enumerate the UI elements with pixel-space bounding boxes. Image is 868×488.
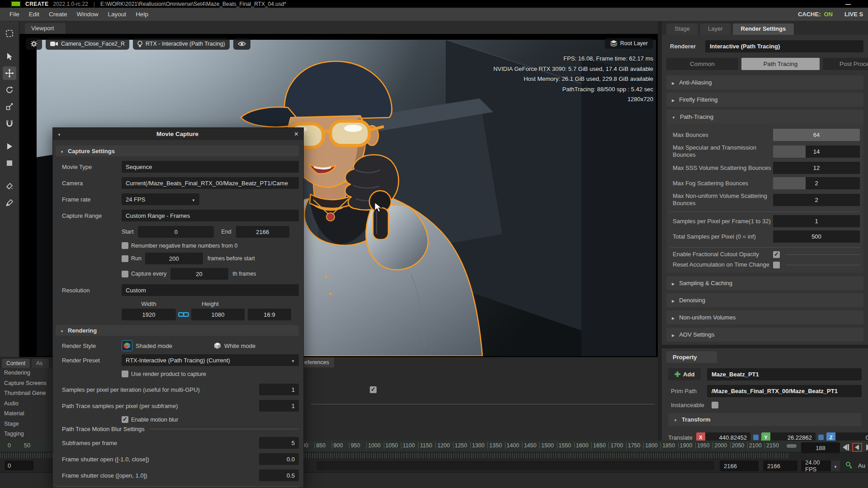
camera-selector-button[interactable]: Camera_Close_Face2_R	[46, 38, 129, 50]
movie-capture-titlebar[interactable]: Movie Capture	[53, 128, 303, 140]
add-property-button[interactable]: Add	[668, 368, 701, 380]
range-start-field[interactable]: 2166	[720, 460, 759, 471]
subtab-path-tracing[interactable]: Path Tracing	[741, 58, 820, 70]
category-item[interactable]: Thumbnail Gene	[0, 388, 55, 399]
motion-blur-checkbox[interactable]	[122, 416, 128, 423]
category-item[interactable]: Material	[0, 408, 55, 419]
instanceable-checkbox[interactable]	[712, 402, 718, 408]
capture-every-field[interactable]: 20	[170, 268, 228, 280]
section-queue-settings[interactable]: Queue settings	[56, 486, 299, 488]
tab-viewport[interactable]: Viewport	[25, 23, 66, 34]
renderer-select[interactable]: Interactive (Path Tracing)	[705, 40, 863, 52]
current-frame-field[interactable]: 188	[801, 442, 840, 453]
section-aov-settings[interactable]: AOV Settings	[666, 328, 863, 342]
go-to-start-button[interactable]	[852, 443, 862, 452]
shaded-mode-label[interactable]: Shaded mode	[136, 343, 172, 349]
live-sync-button[interactable]: LIVE S	[844, 11, 868, 18]
menu-item[interactable]: File	[9, 11, 19, 18]
step-back-button[interactable]	[841, 443, 850, 451]
use-render-product-checkbox[interactable]	[122, 371, 128, 377]
max-fog-bounces-field[interactable]: 2	[773, 177, 860, 189]
total-spp-field[interactable]: 500	[773, 230, 860, 243]
viewport-settings-button[interactable]	[26, 38, 42, 50]
menu-item[interactable]: Edit	[29, 11, 39, 18]
collapse-arrow-icon[interactable]	[57, 131, 61, 137]
aspect-ratio-field[interactable]: 16:9	[248, 309, 291, 320]
spp-iteration-field[interactable]: 1	[259, 384, 299, 395]
shaded-mode-icon[interactable]	[122, 340, 132, 351]
category-item[interactable]: Rendering	[0, 368, 55, 378]
section-sampling-caching[interactable]: Sampling & Caching	[666, 276, 863, 290]
tab-property[interactable]: Property	[666, 351, 717, 363]
shutter-close-field[interactable]: 0.5	[259, 469, 299, 481]
capture-every-checkbox[interactable]	[122, 271, 128, 277]
link-resolution-icon[interactable]	[178, 311, 189, 318]
category-item[interactable]: Tagging	[0, 429, 55, 439]
prim-path-field[interactable]: /Maze_Beats_Final_RTX_00/Maze_Beatz_PT1	[707, 385, 862, 397]
close-icon[interactable]	[294, 131, 299, 137]
translate-z-field[interactable]: 0.50	[835, 432, 868, 441]
fps-selector[interactable]: 24.00 FPS	[801, 460, 840, 471]
timeline-range-track[interactable]	[316, 461, 714, 470]
height-field[interactable]: 1080	[191, 309, 245, 320]
tab-render-settings[interactable]: Render Settings	[733, 23, 794, 35]
movie-type-select[interactable]: Sequence	[122, 161, 299, 173]
max-volume-bounces-field[interactable]: 2	[773, 194, 860, 206]
section-transform[interactable]: Transform	[668, 413, 862, 426]
paint-tool-icon[interactable]	[3, 179, 16, 193]
cutout-opacity-checkbox[interactable]	[773, 251, 780, 258]
root-layer-button[interactable]: Root Layer	[605, 38, 653, 49]
render-engine-button[interactable]: RTX - Interactive (Path Tracing)	[133, 38, 230, 50]
play-button[interactable]	[3, 140, 16, 153]
spp-frame-field[interactable]: 1	[773, 215, 860, 227]
subtab-post-process[interactable]: Post Proce	[823, 58, 868, 70]
scale-tool-icon[interactable]	[3, 100, 16, 113]
menu-item[interactable]: Help	[136, 11, 148, 18]
max-sss-bounces-field[interactable]: 12	[773, 162, 860, 174]
frame-rate-select[interactable]: 24 FPS	[122, 193, 199, 205]
category-item[interactable]: Stage	[0, 419, 55, 429]
section-non-uniform-volumes[interactable]: Non-uniform Volumes	[666, 310, 863, 324]
reset-accumulation-checkbox[interactable]	[773, 262, 780, 268]
brush-tool-icon[interactable]	[3, 196, 16, 210]
translate-x-field[interactable]: 440.82452	[705, 432, 750, 441]
capture-camera-select[interactable]: Current(/Maze_Beats_Final_RTX_00/Maze_Be…	[122, 177, 299, 189]
menu-item[interactable]: Create	[49, 11, 67, 18]
snap-tool-icon[interactable]	[3, 117, 16, 130]
section-rendering[interactable]: Rendering	[56, 325, 299, 336]
width-field[interactable]: 1920	[122, 309, 176, 320]
resolution-select[interactable]: Custom	[122, 284, 299, 296]
translate-y-field[interactable]: 26.22862	[770, 432, 816, 441]
preferences-checkbox[interactable]	[370, 386, 377, 393]
timeline-scroll-handle[interactable]	[787, 444, 797, 448]
auto-key-icon[interactable]	[845, 461, 853, 469]
category-item[interactable]: Capture Screens	[0, 378, 55, 389]
tab-assets-partial[interactable]: As	[32, 359, 49, 368]
tab-stage[interactable]: Stage	[666, 23, 698, 35]
pt-spp-field[interactable]: 1	[259, 400, 299, 412]
section-capture-settings[interactable]: Capture Settings	[56, 145, 299, 156]
render-preset-select[interactable]: RTX-Interactive (Path Tracing) (Current)	[122, 354, 299, 366]
run-frames-field[interactable]: 200	[145, 253, 203, 264]
run-before-checkbox[interactable]	[122, 255, 128, 262]
shutter-open-field[interactable]: 0.0	[259, 453, 299, 465]
range-end-field[interactable]: 2166	[763, 460, 797, 471]
region-select-tool-icon[interactable]	[3, 27, 16, 40]
max-bounces-field[interactable]: 64	[773, 129, 860, 141]
section-path-tracing[interactable]: Path-Tracing	[666, 110, 863, 124]
category-item[interactable]: Audio	[0, 399, 55, 409]
prim-name-field[interactable]: Maze_Beatz_PT1	[707, 368, 862, 380]
tab-content[interactable]: Content	[2, 359, 30, 368]
menu-item[interactable]: Window	[77, 11, 99, 18]
max-specular-bounces-field[interactable]: 14	[773, 145, 860, 158]
tab-preferences-partial[interactable]: eferences	[302, 357, 334, 367]
menu-item[interactable]: Layout	[108, 11, 127, 18]
play-forward-button[interactable]	[864, 443, 868, 451]
white-mode-icon[interactable]	[214, 342, 221, 349]
visibility-button[interactable]	[233, 38, 250, 50]
keyframe-indicator[interactable]	[818, 435, 824, 440]
rotate-tool-icon[interactable]	[3, 83, 16, 97]
stop-button[interactable]	[3, 156, 16, 170]
tab-layer[interactable]: Layer	[700, 23, 731, 35]
move-tool-icon[interactable]	[3, 66, 16, 80]
